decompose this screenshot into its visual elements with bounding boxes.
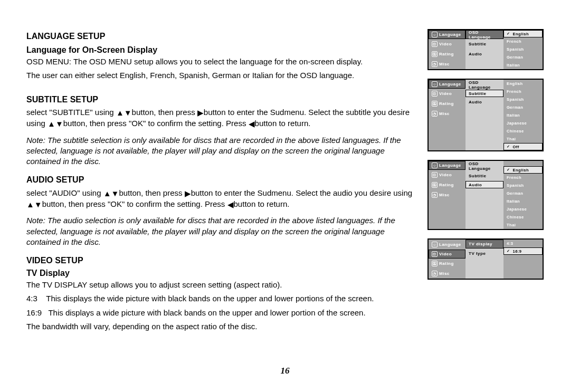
audio-note: Note: The audio selection is only availa… [26,215,417,247]
page-number: 16 [0,366,570,376]
osd-menu-subtitle: ☺Language ⊡Video ⚿Rating ◔Misc OSD Langu… [428,79,544,151]
option-item: 16:9 [513,249,522,254]
option-item: German [507,191,523,196]
misc-icon: ◔ [432,111,438,117]
menu-item: Misc [439,62,450,66]
text: button, then press [132,108,197,117]
subtitle-setup-title: SUBTITLE SETUP [26,94,417,106]
text: select "SUBTITLE" using [26,108,116,117]
text: button, then press "OK" to confirm the s… [42,199,227,208]
submenu-item: Audio [469,52,482,56]
option-item: English [507,81,523,86]
tv-icon: ⊡ [432,91,438,97]
option-item: Chinese [507,215,524,219]
menu-item: Video [439,42,452,46]
option-item: French [507,39,521,44]
lock-icon: ⚿ [432,51,438,57]
osd-menu-video: ☺Language ⊡Video ⚿Rating ◔Misc TV displa… [428,238,544,280]
option-item: German [507,55,523,60]
option-item: Italian [507,63,520,68]
option-item: 4:3 [507,241,513,246]
subtitle-body: select "SUBTITLE" using ▲▼button, then p… [26,107,417,129]
up-down-icon: ▲▼ [103,188,119,199]
menu-item: Misc [439,271,450,276]
submenu-item: OSD Language [469,80,501,90]
menu-item: Misc [439,111,450,116]
right-icon: ▶ [185,188,191,199]
tv-icon: ⊡ [432,172,438,178]
submenu-item: TV type [469,251,486,256]
text: button to enter the Sudmenu. Select the … [191,188,412,197]
language-body-1: OSD MENU: The OSD MENU setup allows you … [26,56,417,67]
audio-body: select "AUDIO" using ▲▼button, then pres… [26,188,417,210]
misc-icon: ◔ [432,192,438,198]
language-body-2: The user can either select English, Fren… [26,70,417,81]
lock-icon: ⚿ [432,182,438,188]
misc-icon: ◔ [432,271,438,276]
option-item: Thai [507,223,516,227]
osd-menu-language: ☺Language ⊡Video ⚿Rating ◔Misc OSD Langu… [428,29,544,70]
option-item: Thai [507,137,516,141]
menu-item: Rating [439,52,454,56]
option-item: Italian [507,199,520,204]
osd-menu-audio: ☺Language ⊡Video ⚿Rating ◔Misc OSD Langu… [428,160,544,230]
option-item: Japanese [507,207,527,212]
menu-item: Misc [439,193,450,197]
option-item: Spanish [507,47,524,52]
video-body-1: The TV DISPLAY setup allows you to adjus… [26,280,417,290]
face-icon: ☺ [432,162,438,168]
submenu-item: TV display [469,242,492,246]
menu-item: Rating [439,261,454,266]
submenu-item: Subtitle [469,42,486,46]
submenu-item: OSD Language [469,30,501,40]
submenu-item: Subtitle [469,91,486,96]
text: button, then press [119,188,184,197]
left-icon: ◀ [249,119,255,129]
text: select "AUDIO" using [26,188,103,197]
menu-item: Language [439,32,461,37]
face-icon: ☺ [432,81,438,87]
option-item: Italian [507,113,520,118]
video-setup-title: VIDEO SETUP [26,255,417,266]
option-item: French [507,89,521,94]
tv-icon: ⊡ [432,41,438,47]
submenu-item: Audio [469,100,482,104]
menu-item: Rating [439,183,454,187]
audio-setup-title: AUDIO SETUP [26,174,417,186]
menu-item: Rating [439,101,454,106]
face-icon: ☺ [432,242,438,247]
language-setup-title: LANGUAGE SETUP [26,31,417,42]
face-icon: ☺ [432,32,438,37]
right-icon: ▶ [197,108,204,118]
left-icon: ◀ [227,199,234,210]
subtitle-note: Note: The subtitle selection is only ava… [26,135,417,167]
menu-item: Language [439,242,461,247]
option-item: German [507,105,523,110]
option-item: English [513,168,529,173]
menu-item: Video [439,173,452,177]
option-item: Japanese [507,121,527,126]
misc-icon: ◔ [432,61,438,67]
menu-item: Language [439,163,461,168]
submenu-item: Audio [469,183,482,187]
option-item: Spanish [507,183,524,188]
menu-item: Language [439,82,461,87]
menu-item: Video [439,91,452,96]
text: button to return. [234,199,290,208]
menu-item: Video [439,252,452,256]
up-down-icon: ▲▼ [26,199,42,210]
text: button, then press "OK" to confirm the s… [63,119,249,128]
option-item: French [507,175,521,180]
video-body-2: 4:3 This displays the wide picture with … [26,293,417,304]
up-down-icon: ▲▼ [48,119,63,129]
submenu-item: OSD Language [469,161,501,171]
lock-icon: ⚿ [432,261,438,266]
option-item: Spanish [507,97,524,102]
up-down-icon: ▲▼ [116,108,132,118]
text: button to return. [255,119,311,128]
language-osd-subtitle: Language for On-Screen Display [26,44,417,56]
submenu-item: Subtitle [469,174,486,178]
option-item: Chinese [507,129,524,133]
tv-display-subtitle: TV Display [26,267,417,279]
option-item: English [513,32,529,36]
